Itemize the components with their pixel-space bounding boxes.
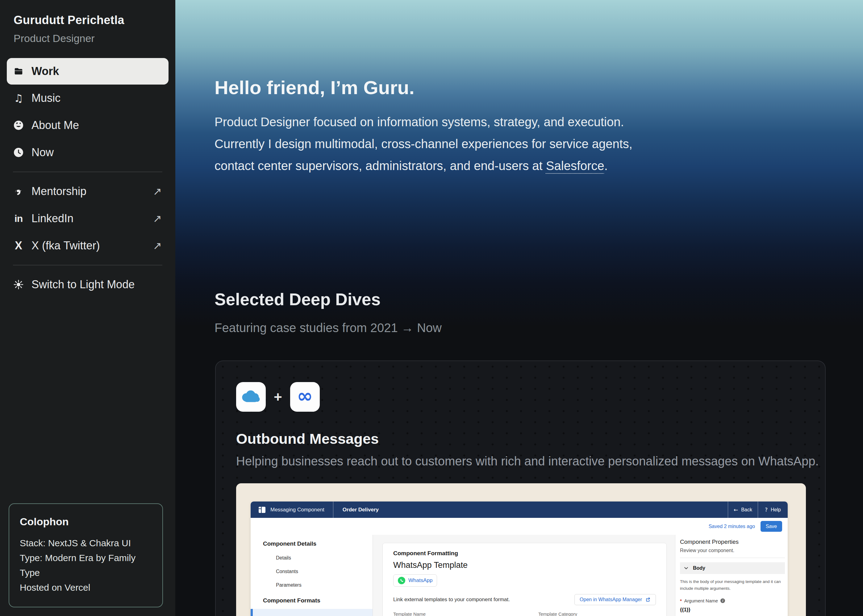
nav-group-component-formats: Component Formats (263, 597, 373, 604)
case-study-subtitle: Helping businesses reach out to customer… (236, 454, 819, 468)
sidebar-item-music[interactable]: ♫ Music (0, 85, 175, 112)
chevron-down-icon (684, 566, 689, 570)
hero-paragraph: Product Designer focused on information … (214, 111, 671, 177)
sun-icon (13, 280, 25, 289)
sidebar-item-now[interactable]: Now (0, 139, 175, 166)
salesforce-logo (236, 382, 266, 412)
brand-logos: + ∞ (236, 382, 320, 412)
app-page-title: Order Delivery (333, 507, 388, 513)
sidebar-nav: Work ♫ Music About Me Now (0, 58, 175, 166)
colophon-type: Type: Modern Era by Family Type (20, 551, 152, 580)
nav-item-details: Details (276, 555, 373, 561)
formatting-heading: Component Formatting (393, 550, 656, 557)
save-bar: Saved 2 minutes ago Save (251, 518, 788, 535)
hero-paragraph-period: . (604, 159, 608, 173)
sidebar-link-label: LinkedIn (31, 212, 74, 225)
app-window: Messaging Component Order Delivery ← Bac… (251, 501, 788, 616)
whatsapp-badge-label: WhatsApp (408, 577, 432, 584)
theme-toggle-label: Switch to Light Mode (31, 278, 135, 291)
section-subtitle-deep-dives: Featuring case studies from 2021 → Now (214, 321, 442, 335)
colophon-stack: Stack: NextJS & Chakra UI (20, 536, 152, 551)
back-label: Back (741, 507, 752, 512)
argument-value: {{1}} (680, 607, 785, 613)
sidebar-link-linkedin[interactable]: in LinkedIn ↗ (0, 205, 175, 232)
case-study-title: Outbound Messages (236, 430, 379, 447)
sidebar-item-work[interactable]: Work (7, 58, 168, 85)
formatting-subheading: WhatsApp Template (393, 561, 656, 570)
profile-role: Product Designer (14, 32, 175, 44)
x-logo-icon: X (13, 239, 25, 252)
hero-heading: Hello friend, I’m Guru. (214, 77, 415, 99)
saved-status: Saved 2 minutes ago (709, 524, 755, 529)
app-brand-label: Messaging Component (270, 507, 324, 513)
back-button: ← Back (728, 501, 758, 518)
body-description: This is the body of your messaging templ… (680, 578, 785, 592)
linkedin-icon: in (13, 213, 25, 225)
link-templates-text: Link external templates to your componen… (393, 597, 510, 603)
smiley-icon (13, 120, 25, 130)
nav-item-constants: Constants (276, 569, 373, 574)
case-study-card-outbound-messages[interactable]: + ∞ Outbound Messages Helping businesses… (215, 360, 826, 616)
whatsapp-icon (398, 577, 405, 584)
nav-item-parameters: Parameters (276, 582, 373, 588)
sidebar-item-label: Now (31, 146, 54, 159)
app-main-area: Component Formatting WhatsApp Template W… (373, 535, 675, 616)
colophon-box: Colophon Stack: NextJS & Chakra UI Type:… (9, 503, 163, 607)
properties-subheading: Review your component. (680, 548, 785, 553)
theme-toggle[interactable]: Switch to Light Mode (0, 271, 175, 298)
sidebar-link-label: Mentorship (31, 185, 86, 198)
sidebar-divider (13, 265, 162, 266)
profile-name: Gurudutt Perichetla (14, 14, 175, 27)
app-content: Component Details Details Constants Para… (251, 535, 788, 616)
help-label: Help (771, 507, 781, 512)
component-formatting-card: Component Formatting WhatsApp Template W… (382, 543, 667, 616)
external-arrow-icon: ↗ (153, 185, 162, 198)
sidebar-item-label: About Me (31, 119, 79, 132)
argument-name-label: Argument Name (684, 598, 718, 603)
sidebar-item-label: Music (31, 92, 60, 105)
nav-item-whatsapp-template-active: WhatsApp Template (251, 609, 373, 616)
external-arrow-icon: ↗ (153, 239, 162, 252)
back-arrow-icon: ← (734, 507, 738, 513)
template-name-label: Template Name (393, 611, 538, 616)
sidebar-item-about-me[interactable]: About Me (0, 112, 175, 139)
sidebar-link-mentorship[interactable]: Mentorship ↗ (0, 178, 175, 205)
sidebar-link-x-twitter[interactable]: X X (fka Twitter) ↗ (0, 232, 175, 259)
case-study-screenshot: Messaging Component Order Delivery ← Bac… (236, 483, 806, 616)
open-whatsapp-manager-button: Open in WhatsApp Manager (574, 594, 656, 605)
required-asterisk: * (680, 598, 682, 603)
music-note-icon: ♫ (13, 93, 25, 104)
sidebar: Gurudutt Perichetla Product Designer Wor… (0, 0, 175, 616)
layout-icon (258, 506, 266, 514)
body-accordion: Body (680, 562, 785, 574)
section-title-deep-dives: Selected Deep Dives (214, 289, 380, 309)
template-category-label: Template Category (538, 611, 656, 616)
app-left-nav: Component Details Details Constants Para… (251, 535, 373, 616)
colophon-host: Hosted on Vercel (20, 580, 152, 595)
open-whatsapp-manager-label: Open in WhatsApp Manager (580, 597, 642, 602)
meta-logo: ∞ (290, 382, 320, 412)
save-button: Save (761, 521, 782, 532)
external-arrow-icon: ↗ (153, 212, 162, 225)
colophon-title: Colophon (20, 516, 152, 528)
sidebar-divider (13, 171, 162, 172)
mentorship-hands-icon (13, 186, 25, 196)
folder-icon (13, 66, 25, 76)
nav-group-component-details: Component Details (263, 541, 373, 547)
help-button: ? Help (758, 501, 788, 518)
info-icon: i (720, 599, 725, 603)
external-link-icon (645, 597, 651, 602)
salesforce-link[interactable]: Salesforce (546, 159, 604, 173)
properties-heading: Component Properties (680, 539, 785, 545)
sidebar-item-label: Work (31, 65, 59, 78)
plus-sign: + (274, 388, 282, 405)
app-header-bar: Messaging Component Order Delivery ← Bac… (251, 501, 788, 518)
body-accordion-label: Body (693, 566, 705, 571)
app-brand: Messaging Component (251, 501, 333, 518)
help-icon: ? (765, 507, 768, 513)
sidebar-link-label: X (fka Twitter) (31, 239, 100, 252)
component-properties-panel: Component Properties Review your compone… (675, 535, 788, 616)
properties-divider (680, 558, 785, 558)
clock-icon (13, 148, 25, 157)
meta-infinity-glyph: ∞ (297, 387, 313, 405)
